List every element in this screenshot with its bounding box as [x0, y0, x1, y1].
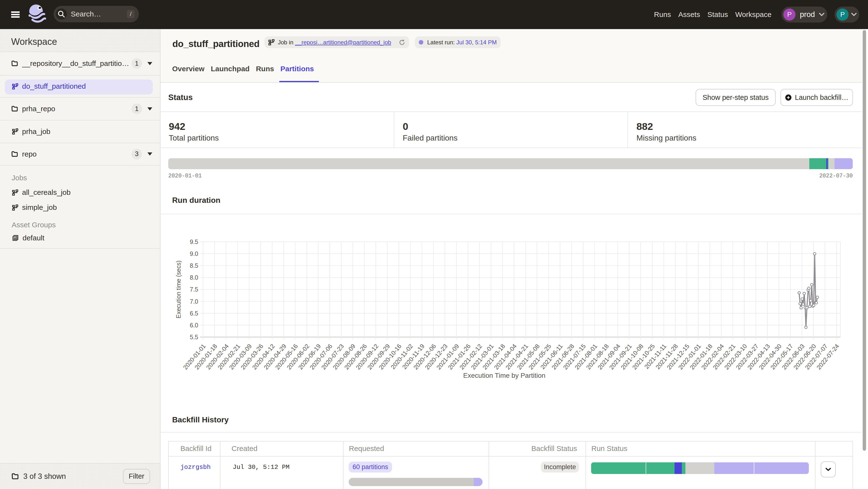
svg-text:Execution Time by Partition: Execution Time by Partition: [463, 372, 545, 379]
svg-text:Execution time (secs): Execution time (secs): [175, 260, 182, 318]
svg-text:8.5: 8.5: [190, 262, 198, 269]
svg-text:9.5: 9.5: [190, 238, 198, 245]
svg-text:8.0: 8.0: [190, 274, 198, 281]
svg-text:7.0: 7.0: [190, 298, 198, 305]
svg-text:6.5: 6.5: [190, 310, 198, 317]
svg-text:9.0: 9.0: [190, 250, 198, 257]
svg-text:6.0: 6.0: [190, 322, 198, 329]
svg-text:5.5: 5.5: [190, 334, 198, 340]
svg-text:7.5: 7.5: [190, 286, 198, 293]
